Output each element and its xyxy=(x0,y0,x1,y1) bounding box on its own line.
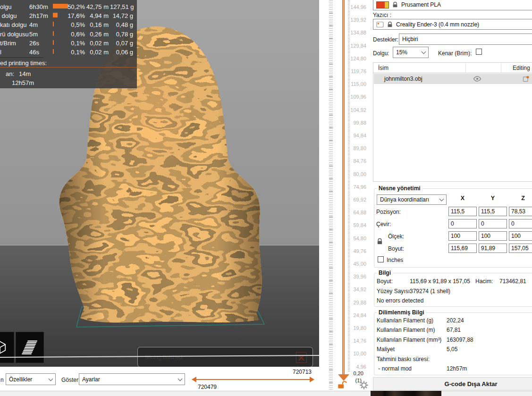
size-x-input[interactable] xyxy=(448,244,477,253)
info-size-value: 115,69 x 91,89 x 157,05 xyxy=(410,278,470,285)
axis-header-z: Z xyxy=(509,195,532,202)
coordinate-system-value: Dünya koordinatları xyxy=(380,196,429,203)
scale-y-input[interactable] xyxy=(479,231,507,241)
size-y-input[interactable] xyxy=(479,244,507,253)
sliced-info-value: 163097,88 xyxy=(447,337,473,343)
3d-viewport[interactable]: olgu 6h30m 50,2% 42,75 m 127,51 g dolgu … xyxy=(0,0,319,367)
size-z-input[interactable] xyxy=(509,244,532,253)
coordinate-system-select[interactable]: Dünya koordinatları xyxy=(377,194,447,205)
feature-weight: 0,06 g xyxy=(110,49,133,56)
feature-percent: 50,2% xyxy=(66,4,85,10)
info-size-label: Boyut: xyxy=(377,278,393,285)
range-slider-right-handle[interactable] xyxy=(310,377,314,382)
infill-label: Dolgu: xyxy=(373,50,389,57)
first-layer-time-value: 14m xyxy=(19,70,31,77)
cut-off-label: n xyxy=(0,377,4,383)
layer-height-label: 19,80 xyxy=(345,325,366,331)
filament-select[interactable]: Prusament PLA xyxy=(373,0,532,10)
sliced-info-value: 12h57m xyxy=(447,365,467,372)
feature-label: dolgu xyxy=(0,13,17,19)
layer-height-label: 89,80 xyxy=(345,145,366,151)
infill-select[interactable]: 15% xyxy=(393,47,429,58)
gear-icon[interactable] xyxy=(360,381,368,389)
close-icon[interactable] xyxy=(296,352,307,363)
range-slider-track[interactable] xyxy=(195,379,310,380)
feature-label: t/Brim xyxy=(0,40,16,47)
layer-height-label: 54,80 xyxy=(345,236,366,241)
object-row-selected[interactable]: johnmilton3.obj xyxy=(374,74,532,84)
chevron-down-icon xyxy=(422,50,426,54)
layer-height-label: 69,92 xyxy=(345,197,366,202)
object-list-header: İsim Editing xyxy=(373,63,532,73)
layer-height-label: 115,00 xyxy=(345,81,366,87)
feature-length: 4,94 m xyxy=(86,13,109,19)
layer-height-label: 59,84 xyxy=(345,222,366,228)
layer-height-label: 124,80 xyxy=(345,56,366,61)
feature-length: 0,02 m xyxy=(86,40,109,47)
rotate-y-input[interactable] xyxy=(479,219,507,228)
uniform-scale-lock-icon[interactable] xyxy=(376,238,383,245)
layer-slider-tick-ruler[interactable] xyxy=(329,0,333,393)
legend-row: dolgu 2h17m 17,6% 4,94 m 14,72 g xyxy=(0,13,137,19)
sliced-info-label: Kullanılan Filament (m) xyxy=(377,327,435,333)
feature-time: 2h17m xyxy=(29,13,48,19)
layer-height-label: 139,92 xyxy=(345,17,366,23)
view-type-value: Özellikler xyxy=(9,376,32,383)
inches-checkbox[interactable] xyxy=(378,256,384,262)
show-select[interactable]: Ayarlar xyxy=(79,373,185,385)
eye-icon[interactable] xyxy=(473,76,481,82)
feature-weight: 0,07 g xyxy=(110,40,133,47)
rotate-x-input[interactable] xyxy=(448,219,477,228)
position-z-input[interactable] xyxy=(509,207,532,216)
axis-header-x: X xyxy=(448,195,477,202)
layer-height-label: 34,92 xyxy=(345,286,366,292)
position-y-input[interactable] xyxy=(479,207,507,216)
brim-checkbox[interactable] xyxy=(476,49,482,55)
rotate-z-input[interactable] xyxy=(509,219,532,228)
sliced-info-row: Kullanılan Filament (g) 202,24 xyxy=(374,317,532,325)
current-layer-height: 0,20 xyxy=(345,371,363,376)
layers-preview-button[interactable] xyxy=(16,332,44,363)
scale-x-input[interactable] xyxy=(448,231,477,241)
background-photo-strip xyxy=(371,391,441,396)
object-list: İsim Editing johnmilton3.obj xyxy=(373,62,532,182)
export-gcode-button[interactable]: G-code Dışa Aktar xyxy=(373,377,532,390)
info-errors-text: No errors detected xyxy=(377,297,423,304)
info-volume-value: 713462,81 xyxy=(499,278,526,285)
printer-name: Creality Ender-3 (0.4 mm nozzle) xyxy=(396,21,479,28)
editing-column-header: Editing xyxy=(513,65,530,71)
info-title: Bilgi xyxy=(377,270,393,276)
feature-percent: 0,1% xyxy=(66,49,85,56)
feature-length: 0,26 m xyxy=(86,31,109,38)
feature-length: 0,02 m xyxy=(86,49,109,56)
supports-select[interactable]: Hiçbiri xyxy=(399,34,532,45)
brim-label: Kenar (Brim): xyxy=(438,50,472,57)
position-x-input[interactable] xyxy=(448,207,477,216)
layer-height-label: 64,88 xyxy=(345,210,366,215)
position-label: Pozisyon: xyxy=(376,209,401,215)
sliced-info-row: Tahmini baskı süresi: xyxy=(374,356,532,363)
sliced-info-title: Dilimlenmiş Bilgi xyxy=(377,309,426,316)
lock-icon xyxy=(387,21,393,28)
unlock-icon[interactable] xyxy=(336,380,347,389)
legend-row: olgu 6h30m 50,2% 42,75 m 127,51 g xyxy=(0,4,137,10)
object-manipulation-title: Nesne yönetimi xyxy=(377,185,422,192)
feature-length: 42,75 m xyxy=(86,4,109,10)
legend-row: rü dolgusu 5m 0,6% 0,26 m 0,78 g xyxy=(0,31,137,38)
scale-z-input[interactable] xyxy=(509,231,532,241)
layer-height-label: 4,96 xyxy=(345,364,366,370)
layer-height-label: 84,76 xyxy=(345,158,366,164)
layer-height-label: 99,88 xyxy=(345,120,366,126)
scale-label: Ölçek: xyxy=(388,233,404,240)
feature-time: 26s xyxy=(29,40,39,47)
3d-view-button[interactable] xyxy=(0,332,14,363)
printer-select[interactable]: Creality Ender-3 (0.4 mm nozzle) xyxy=(373,19,532,30)
filament-color-swatch xyxy=(376,1,389,8)
feature-length: 0,16 m xyxy=(86,22,109,28)
sliced-info-label: Tahmini baskı süresi: xyxy=(377,356,430,362)
view-type-select[interactable]: Özellikler xyxy=(6,373,56,385)
printing-times-header: ed printing times: xyxy=(0,59,47,67)
first-layer-time-label: an: xyxy=(6,70,14,77)
object-settings-icon[interactable] xyxy=(523,76,529,82)
legend-row: katı dolgu 4m 0,5% 0,16 m 0,48 g xyxy=(0,22,137,28)
